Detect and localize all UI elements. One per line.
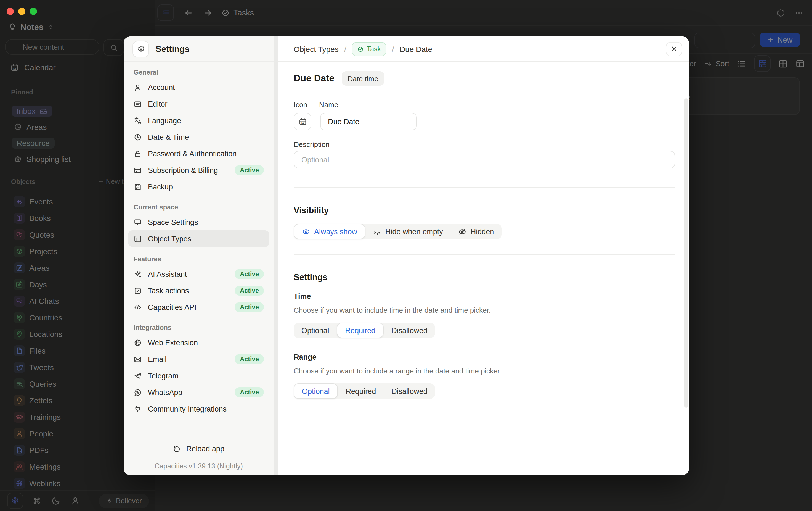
svg-text:12: 12 [301, 121, 304, 124]
settings-nav-item-label: Backup [148, 183, 173, 191]
range-option-required[interactable]: Required [338, 383, 384, 399]
settings-nav-item-editor[interactable]: Editor [128, 96, 269, 112]
visibility-segmented-control: Always showHide when emptyHidden [294, 224, 502, 239]
monitor-icon [134, 218, 142, 226]
clock-icon [134, 133, 142, 141]
settings-nav-item-web-extension[interactable]: Web Extension [128, 334, 269, 351]
settings-nav-item-password-authentication[interactable]: Password & Authentication [128, 145, 269, 162]
close-modal-button[interactable] [666, 42, 682, 56]
settings-nav-section-label: Features [128, 254, 269, 264]
icon-field-label: Icon [294, 101, 319, 109]
settings-nav-item-whatsapp[interactable]: WhatsAppActive [128, 384, 269, 401]
settings-nav-item-label: Account [148, 83, 175, 91]
settings-nav-item-label: Telegram [148, 372, 179, 380]
close-window-button[interactable] [7, 8, 14, 15]
settings-nav-item-community-integrations[interactable]: Community Integrations [128, 401, 269, 417]
zoom-window-button[interactable] [30, 8, 37, 15]
breadcrumb-property: Due Date [400, 45, 432, 53]
calendar-icon: 12 [298, 117, 307, 126]
settings-nav-item-task-actions[interactable]: Task actionsActive [128, 282, 269, 299]
property-title: Due Date [294, 73, 334, 84]
nav-scrollbar[interactable] [274, 36, 278, 475]
settings-title: Settings [156, 44, 189, 54]
settings-nav-item-email[interactable]: EmailActive [128, 351, 269, 367]
reload-app-button[interactable]: Reload app [173, 445, 224, 453]
property-type-badge[interactable]: Date time [341, 71, 384, 86]
settings-nav-item-subscription-billing[interactable]: Subscription & BillingActive [128, 162, 269, 179]
settings-nav-section-label: Integrations [128, 323, 269, 332]
visibility-option-hide-when-empty[interactable]: Hide when empty [366, 224, 451, 239]
card-icon [134, 166, 142, 174]
settings-nav-item-object-types[interactable]: Object Types [128, 231, 269, 247]
settings-nav-section-label: Current space [128, 202, 269, 212]
gear-icon [137, 45, 145, 53]
settings-nav-item-label: Web Extension [148, 339, 198, 347]
detail-scrollbar[interactable] [685, 98, 688, 408]
time-option-required[interactable]: Required [337, 323, 384, 338]
setting-groups: TimeChoose if you want to include time i… [294, 292, 675, 399]
settings-nav-item-label: Capacities API [148, 303, 197, 311]
eye-closed-icon [373, 227, 381, 236]
settings-modal: Settings General AccountEditorLanguageDa… [124, 36, 689, 475]
globe-icon [134, 339, 142, 347]
range-segmented-control: OptionalRequiredDisallowed [294, 383, 435, 399]
property-name-input[interactable] [320, 113, 417, 130]
settings-nav-item-capacities-api[interactable]: Capacities APIActive [128, 299, 269, 316]
active-badge: Active [235, 269, 264, 279]
app-screen: Notes New content 12 Calendar Pinned Inb… [0, 0, 812, 511]
active-badge: Active [235, 354, 264, 364]
active-badge: Active [235, 387, 264, 397]
visibility-option-hidden[interactable]: Hidden [451, 224, 502, 239]
settings-nav-item-space-settings[interactable]: Space Settings [128, 214, 269, 231]
circle-check-icon [357, 46, 364, 52]
settings-nav-item-label: AI Assistant [148, 270, 187, 278]
settings-nav-item-ai-assistant[interactable]: AI AssistantActive [128, 266, 269, 282]
setting-group-description: Choose if you want to include time in th… [294, 306, 675, 314]
range-option-optional[interactable]: Optional [294, 383, 338, 399]
telegram-icon [134, 372, 142, 380]
settings-nav-item-backup[interactable]: Backup [128, 179, 269, 195]
settings-nav-item-language[interactable]: Language [128, 112, 269, 129]
whatsapp-icon [134, 388, 142, 396]
sparkles-icon [134, 270, 142, 278]
close-icon [670, 45, 678, 53]
settings-nav-item-label: Space Settings [148, 218, 198, 226]
settings-nav-section: General AccountEditorLanguageDate & Time… [128, 68, 269, 195]
property-description-input[interactable] [294, 151, 675, 168]
description-field-label: Description [294, 140, 675, 149]
property-icon-button[interactable]: 12 [294, 113, 311, 130]
settings-nav-footer: Reload app Capacities v1.39.13 (Nightly) [124, 445, 274, 470]
settings-nav-item-label: Object Types [148, 235, 191, 243]
settings-nav-item-label: Editor [148, 100, 168, 108]
eye-icon [302, 227, 310, 236]
lock-icon [134, 150, 142, 158]
active-badge: Active [235, 286, 264, 296]
settings-nav-section-label: General [128, 68, 269, 77]
settings-nav-header: Settings [124, 36, 274, 62]
settings-nav-item-label: Date & Time [148, 133, 189, 141]
settings-nav-section: Integrations Web ExtensionEmailActiveTel… [128, 323, 269, 417]
reload-icon [173, 445, 181, 453]
breadcrumb-separator: / [344, 45, 346, 53]
visibility-section-title: Visibility [294, 206, 675, 215]
object-table-icon [134, 235, 142, 243]
minimize-window-button[interactable] [18, 8, 25, 15]
visibility-option-always-show[interactable]: Always show [294, 224, 366, 239]
name-field-label: Name [319, 101, 338, 109]
range-option-disallowed[interactable]: Disallowed [384, 383, 435, 399]
save-icon [134, 183, 142, 191]
settings-detail-panel: Object Types / Task / Due Date Due Date … [278, 36, 689, 475]
time-option-disallowed[interactable]: Disallowed [384, 323, 435, 338]
settings-nav-item-telegram[interactable]: Telegram [128, 367, 269, 384]
breadcrumb-separator: / [392, 45, 394, 53]
visibility-option-label: Hide when empty [385, 227, 443, 236]
app-version: Capacities v1.39.13 (Nightly) [124, 462, 274, 470]
settings-nav-item-date-time[interactable]: Date & Time [128, 129, 269, 145]
breadcrumb-task-pill[interactable]: Task [352, 42, 386, 56]
time-option-optional[interactable]: Optional [294, 323, 337, 338]
settings-gear-badge [133, 41, 149, 57]
active-badge: Active [235, 165, 264, 175]
settings-nav-item-account[interactable]: Account [128, 79, 269, 96]
breadcrumb-object-types[interactable]: Object Types [294, 45, 339, 53]
settings-nav-item-label: Subscription & Billing [148, 166, 218, 174]
